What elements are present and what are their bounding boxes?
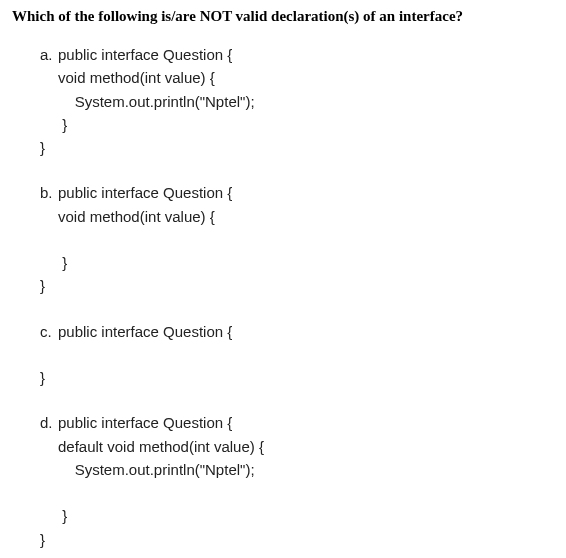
question-title: Which of the following is/are NOT valid … — [12, 8, 554, 25]
code-line: public interface Question { — [58, 411, 232, 434]
code-line: } — [40, 274, 45, 297]
option-b-letter: b. — [40, 181, 58, 204]
code-line: default void method(int value) { — [58, 435, 264, 458]
code-line: } — [58, 113, 67, 136]
option-a: a. public interface Question { void meth… — [40, 43, 554, 159]
code-line: public interface Question { — [58, 43, 232, 66]
option-a-letter: a. — [40, 43, 58, 66]
code-line — [58, 481, 62, 504]
code-line: } — [58, 251, 67, 274]
code-line: public interface Question { — [58, 181, 232, 204]
option-b: b. public interface Question { void meth… — [40, 181, 554, 297]
code-line: } — [40, 136, 45, 159]
code-line — [58, 228, 62, 251]
code-line — [58, 343, 62, 366]
code-line: } — [40, 366, 45, 389]
option-c: c. public interface Question { } — [40, 320, 554, 390]
code-line: } — [40, 528, 45, 551]
option-c-letter: c. — [40, 320, 58, 343]
code-line: void method(int value) { — [58, 205, 215, 228]
question-container: Which of the following is/are NOT valid … — [0, 0, 566, 558]
code-line: System.out.println("Nptel"); — [58, 90, 255, 113]
code-line: System.out.println("Nptel"); — [58, 458, 255, 481]
code-line: } — [58, 504, 67, 527]
option-d: d. public interface Question { default v… — [40, 411, 554, 551]
option-d-letter: d. — [40, 411, 58, 434]
code-line: void method(int value) { — [58, 66, 215, 89]
code-line: public interface Question { — [58, 320, 232, 343]
